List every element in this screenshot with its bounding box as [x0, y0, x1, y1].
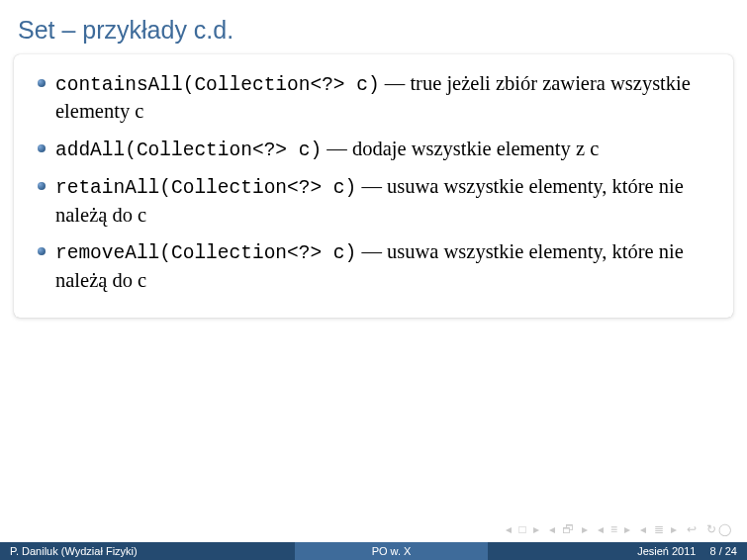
- bullet-list: containsAll(Collection<?> c) — true jeże…: [34, 70, 713, 294]
- list-item: addAll(Collection<?> c) — dodaje wszystk…: [34, 136, 713, 163]
- content-block: containsAll(Collection<?> c) — true jeże…: [14, 54, 733, 318]
- footer-date-section: Jesień 2011 8 / 24: [488, 542, 747, 560]
- nav-frame-icon[interactable]: ◂ 🗗 ▸: [549, 522, 590, 536]
- nav-back-forward-icon[interactable]: ↩: [687, 522, 699, 536]
- frame-title: Set – przykłady c.d.: [0, 0, 747, 54]
- footline: P. Daniluk (Wydział Fizyki) PO w. X Jesi…: [0, 542, 747, 560]
- footer-author-section: P. Daniluk (Wydział Fizyki): [0, 542, 295, 560]
- footer-short-title: PO w. X: [372, 545, 412, 557]
- nav-symbols: ◂ □ ▸ ◂ 🗗 ▸ ◂ ≡ ▸ ◂ ≣ ▸ ↩ ↻◯: [506, 522, 733, 536]
- list-item: containsAll(Collection<?> c) — true jeże…: [34, 70, 713, 126]
- code-span: addAll(Collection<?> c): [55, 140, 322, 161]
- list-item: retainAll(Collection<?> c) — usuwa wszys…: [34, 173, 713, 229]
- code-span: removeAll(Collection<?> c): [55, 242, 356, 264]
- desc-span: — dodaje wszystkie elementy z c: [322, 138, 599, 159]
- nav-section-icon[interactable]: ◂ ≣ ▸: [640, 522, 679, 536]
- page-total: 24: [725, 545, 737, 557]
- page-sep: /: [716, 545, 725, 557]
- list-item: removeAll(Collection<?> c) — usuwa wszys…: [34, 238, 713, 294]
- code-span: retainAll(Collection<?> c): [55, 177, 356, 199]
- nav-subsection-icon[interactable]: ◂ ≡ ▸: [598, 522, 633, 536]
- footer-author: P. Daniluk: [10, 545, 58, 557]
- footer-page: 8 / 24: [709, 545, 737, 557]
- footer-date: Jesień 2011: [637, 545, 696, 557]
- footer-institute: (Wydział Fizyki): [61, 545, 138, 557]
- footer-title-section: PO w. X: [295, 542, 488, 560]
- nav-search-icon[interactable]: ↻◯: [706, 522, 733, 536]
- code-span: containsAll(Collection<?> c): [55, 74, 380, 96]
- nav-slide-icon[interactable]: ◂ □ ▸: [506, 522, 541, 536]
